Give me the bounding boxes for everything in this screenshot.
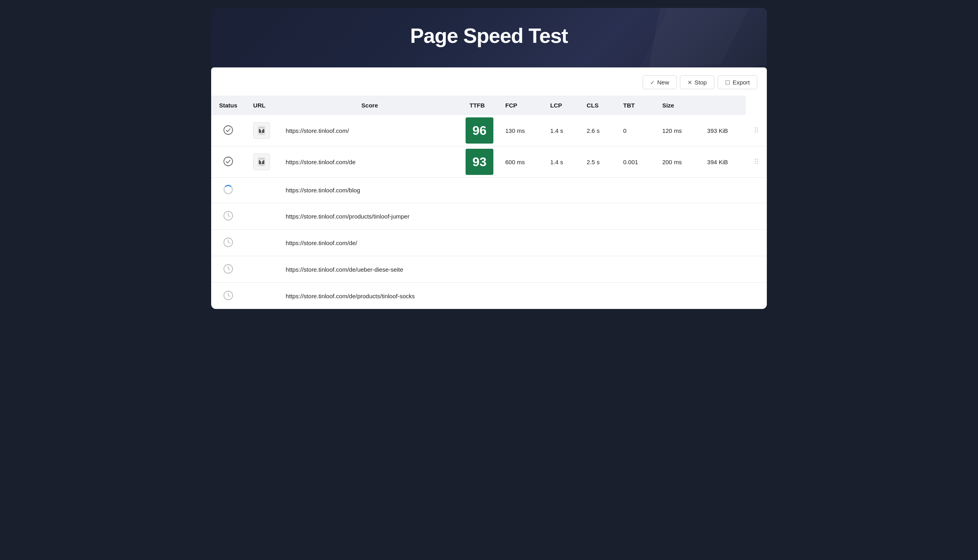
lcp-cell — [579, 230, 615, 256]
score-cell — [462, 283, 497, 309]
row-actions-cell — [746, 230, 767, 256]
cls-cell — [615, 178, 654, 203]
table-row: https://store.tinloof.com/de/ — [211, 230, 767, 256]
fcp-cell — [542, 283, 579, 309]
cls-cell: 0.001 — [615, 146, 654, 178]
svg-rect-4 — [260, 134, 264, 134]
table-row: https://store.tinloof.com/de93600 ms1.4 … — [211, 146, 767, 178]
export-button-label: Export — [733, 79, 750, 86]
thumbnail-cell — [245, 203, 278, 230]
svg-rect-9 — [260, 165, 264, 166]
col-url: URL — [245, 96, 278, 115]
col-lcp: LCP — [542, 96, 579, 115]
lcp-cell: 2.6 s — [579, 115, 615, 146]
url-cell[interactable]: https://store.tinloof.com/de/ueber-diese… — [278, 256, 462, 283]
complete-icon — [223, 156, 234, 167]
score-cell — [462, 203, 497, 230]
score-cell: 93 — [462, 146, 497, 178]
size-cell — [699, 178, 746, 203]
results-table: Status URL Score TTFB FCP LCP CLS TBT Si… — [211, 96, 767, 309]
ttfb-cell: 130 ms — [497, 115, 542, 146]
drag-handle-icon[interactable]: ⠿ — [754, 158, 759, 166]
score-cell — [462, 256, 497, 283]
url-cell[interactable]: https://store.tinloof.com/de/ — [278, 230, 462, 256]
status-cell — [211, 146, 245, 178]
lcp-cell — [579, 283, 615, 309]
col-actions — [699, 96, 746, 115]
fcp-cell — [542, 203, 579, 230]
status-cell — [211, 256, 245, 283]
results-table-container: Status URL Score TTFB FCP LCP CLS TBT Si… — [211, 96, 767, 309]
page-thumbnail — [253, 122, 270, 139]
stop-button-label: Stop — [695, 79, 707, 86]
size-cell — [699, 256, 746, 283]
cls-cell — [615, 256, 654, 283]
drag-handle-icon[interactable]: ⠿ — [754, 127, 759, 134]
fcp-cell: 1.4 s — [542, 146, 579, 178]
svg-point-5 — [224, 157, 233, 166]
table-row: https://store.tinloof.com/96130 ms1.4 s2… — [211, 115, 767, 146]
url-cell[interactable]: https://store.tinloof.com/blog — [278, 178, 462, 203]
url-cell[interactable]: https://store.tinloof.com/products/tinlo… — [278, 203, 462, 230]
table-row: https://store.tinloof.com/de/ueber-diese… — [211, 256, 767, 283]
cls-cell: 0 — [615, 115, 654, 146]
score-cell — [462, 230, 497, 256]
col-cls: CLS — [579, 96, 615, 115]
size-cell — [699, 283, 746, 309]
row-actions-cell: ⠿ — [746, 146, 767, 178]
url-cell[interactable]: https://store.tinloof.com/ — [278, 115, 462, 146]
table-row: https://store.tinloof.com/blog — [211, 178, 767, 203]
row-actions-cell — [746, 178, 767, 203]
size-cell: 393 KiB — [699, 115, 746, 146]
row-actions-cell — [746, 283, 767, 309]
col-score: Score — [278, 96, 462, 115]
tbt-cell: 200 ms — [654, 146, 699, 178]
pending-icon — [223, 237, 234, 248]
x-icon: ✕ — [687, 79, 692, 86]
tbt-cell — [654, 283, 699, 309]
score-badge: 93 — [466, 149, 493, 175]
row-actions-cell — [746, 203, 767, 230]
lcp-cell — [579, 256, 615, 283]
svg-point-0 — [224, 126, 233, 134]
score-badge: 96 — [466, 117, 493, 144]
status-cell — [211, 203, 245, 230]
ttfb-cell — [497, 283, 542, 309]
pending-icon — [223, 263, 234, 274]
url-cell[interactable]: https://store.tinloof.com/de — [278, 146, 462, 178]
url-cell[interactable]: https://store.tinloof.com/de/products/ti… — [278, 283, 462, 309]
stop-button[interactable]: ✕ Stop — [680, 75, 714, 89]
app-container: Page Speed Test ✓ New ✕ Stop ☐ Export — [211, 8, 767, 309]
pending-icon — [223, 210, 234, 221]
row-actions-cell: ⠿ — [746, 115, 767, 146]
status-cell — [211, 230, 245, 256]
fcp-cell — [542, 230, 579, 256]
thumbnail-cell — [245, 178, 278, 203]
fcp-cell — [542, 256, 579, 283]
col-size: Size — [654, 96, 699, 115]
svg-rect-2 — [259, 127, 264, 128]
col-fcp: FCP — [497, 96, 542, 115]
thumbnail-cell — [245, 256, 278, 283]
ttfb-cell — [497, 178, 542, 203]
score-cell: 96 — [462, 115, 497, 146]
status-cell — [211, 283, 245, 309]
page-header: Page Speed Test — [211, 8, 767, 67]
ttfb-cell: 600 ms — [497, 146, 542, 178]
row-actions-cell — [746, 256, 767, 283]
thumbnail-cell — [245, 146, 278, 178]
export-button[interactable]: ☐ Export — [718, 75, 757, 89]
new-button[interactable]: ✓ New — [643, 75, 677, 89]
col-status: Status — [211, 96, 245, 115]
content-area: ✓ New ✕ Stop ☐ Export Status URL Score — [211, 67, 767, 309]
page-title: Page Speed Test — [219, 24, 759, 48]
status-cell — [211, 178, 245, 203]
size-cell: 394 KiB — [699, 146, 746, 178]
tbt-cell — [654, 178, 699, 203]
cls-cell — [615, 230, 654, 256]
thumbnail-cell — [245, 283, 278, 309]
status-cell — [211, 115, 245, 146]
svg-rect-7 — [259, 158, 264, 159]
cls-cell — [615, 203, 654, 230]
tbt-cell: 120 ms — [654, 115, 699, 146]
